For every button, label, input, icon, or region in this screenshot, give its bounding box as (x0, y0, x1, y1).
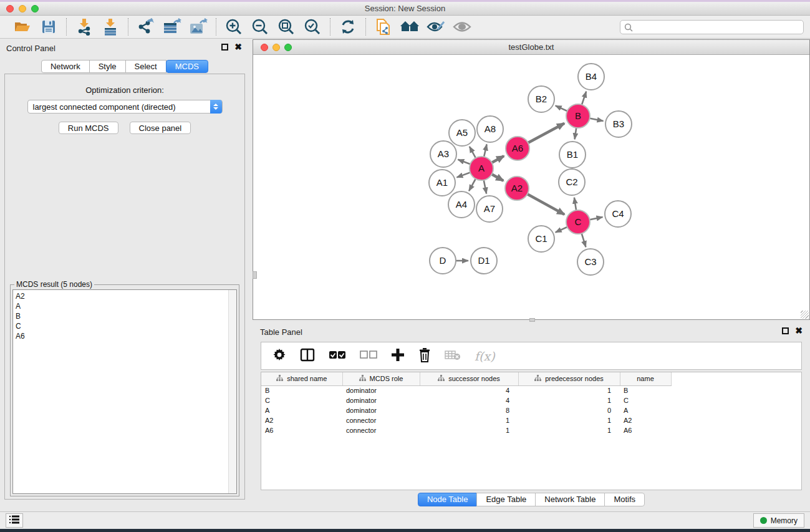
table-cell: A (620, 405, 671, 415)
graph-node-B2[interactable]: B2 (528, 86, 554, 112)
zoom-fit-icon (277, 18, 295, 36)
export-image-button[interactable] (188, 17, 208, 36)
table-row[interactable]: Cdominator41C (261, 395, 801, 405)
graph-node-A2[interactable]: A2 (505, 177, 529, 200)
graph-node-D[interactable]: D (430, 248, 456, 274)
hide-selected-button[interactable] (426, 17, 446, 36)
graph-node-B1[interactable]: B1 (559, 142, 586, 168)
zoom-fit-button[interactable] (276, 17, 296, 36)
table-options-button[interactable] (272, 348, 286, 364)
zoom-in-button[interactable] (224, 17, 244, 36)
mcds-result-list[interactable]: A2ABCA6 (12, 289, 237, 494)
toolbar-group-refresh (330, 17, 365, 36)
table-row[interactable]: Adominator80A (261, 405, 801, 415)
open-session-button[interactable] (12, 17, 32, 36)
graph-node-A8[interactable]: A8 (477, 116, 503, 142)
import-table-button[interactable] (100, 17, 120, 36)
table-row[interactable]: Bdominator41B (261, 385, 801, 395)
graph-node-B4[interactable]: B4 (578, 64, 604, 90)
search-field[interactable] (620, 20, 804, 34)
export-table-button[interactable] (162, 17, 182, 36)
clone-network-button[interactable] (374, 17, 393, 36)
graph-node-B[interactable]: B (566, 104, 590, 128)
tab-edge-table[interactable]: Edge Table (476, 493, 536, 506)
mcds-result-item[interactable]: A6 (16, 331, 234, 341)
float-panel-icon[interactable] (782, 327, 789, 334)
close-panel-icon[interactable]: ✖ (234, 44, 242, 51)
select-all-columns-button[interactable] (329, 351, 346, 361)
graph-node-C3[interactable]: C3 (577, 249, 604, 275)
deselect-all-columns-button[interactable] (360, 351, 377, 361)
table-panel-tabs: Node TableEdge TableNetwork TableMotifs (253, 493, 810, 506)
column-header-predecessor-nodes[interactable]: predecessor nodes (518, 372, 620, 385)
table-row[interactable]: A6connector11A6 (261, 425, 801, 435)
table-cell: C (620, 395, 671, 405)
graph-node-A5[interactable]: A5 (449, 120, 475, 146)
delete-table-button[interactable] (445, 349, 461, 362)
graph-node-B3[interactable]: B3 (605, 111, 632, 137)
graph-node-A6[interactable]: A6 (506, 137, 529, 160)
graph-node-C[interactable]: C (566, 210, 590, 234)
tree-icon (534, 375, 541, 383)
mcds-result-item[interactable]: B (16, 311, 234, 321)
zoom-out-button[interactable] (250, 17, 270, 36)
optimization-criterion-dropdown[interactable]: largest connected component (directed) (27, 100, 223, 114)
svg-text:A5: A5 (456, 127, 468, 138)
mcds-result-item[interactable]: C (16, 321, 234, 331)
mcds-result-item[interactable]: A (16, 301, 234, 311)
tab-node-table[interactable]: Node Table (418, 493, 478, 506)
graph-node-A3[interactable]: A3 (430, 141, 456, 167)
column-header-shared-name[interactable]: shared name (261, 372, 342, 385)
tab-select[interactable]: Select (125, 60, 166, 73)
run-mcds-button[interactable]: Run MCDS (59, 122, 118, 134)
result-scrollbar[interactable] (228, 290, 236, 493)
add-column-button[interactable] (391, 348, 405, 364)
export-table-icon (163, 18, 181, 36)
graph-node-A7[interactable]: A7 (476, 196, 503, 222)
column-header-successor-nodes[interactable]: successor nodes (420, 372, 518, 385)
table-cell: dominator (342, 405, 420, 415)
double-home-icon (400, 19, 420, 34)
memory-button[interactable]: Memory (753, 513, 804, 528)
svg-text:A8: A8 (485, 123, 496, 134)
search-input[interactable] (636, 23, 799, 32)
table-cell: B (261, 385, 342, 395)
tree-icon (359, 375, 366, 383)
table-row[interactable]: A2connector11A2 (261, 415, 801, 425)
export-image-icon (189, 18, 208, 36)
show-column-button[interactable] (300, 348, 315, 364)
first-neighbors-button[interactable] (400, 17, 420, 36)
save-session-button[interactable] (39, 17, 59, 36)
tab-network-table[interactable]: Network Table (535, 493, 605, 506)
column-header-name[interactable]: name (620, 372, 671, 385)
graph-node-C4[interactable]: C4 (605, 201, 631, 227)
graph-node-A1[interactable]: A1 (429, 170, 455, 196)
graph-node-A[interactable]: A (470, 157, 493, 180)
column-header-MCDS-role[interactable]: MCDS role (342, 372, 420, 385)
window-resize-grip[interactable] (801, 311, 809, 319)
graph-node-C2[interactable]: C2 (559, 169, 585, 195)
delete-column-button[interactable] (418, 347, 431, 364)
refresh-layout-button[interactable] (338, 17, 358, 36)
export-network-button[interactable] (136, 17, 156, 36)
float-panel-icon[interactable] (221, 44, 228, 51)
graph-node-C1[interactable]: C1 (528, 226, 554, 252)
show-graphics-details-button[interactable] (452, 17, 472, 36)
graph-node-D1[interactable]: D1 (471, 248, 497, 274)
tab-style[interactable]: Style (89, 60, 126, 73)
task-history-button[interactable] (6, 513, 23, 528)
table-cell (671, 425, 801, 435)
tab-network[interactable]: Network (41, 60, 90, 73)
main-toolbar (0, 16, 810, 39)
import-network-button[interactable] (74, 17, 94, 36)
network-canvas[interactable]: B4B2BB3A8A5A6A3B1AC2A1A2A4A7C4CC1DD1C3 (253, 56, 809, 319)
function-builder-button[interactable]: f(x) (475, 349, 495, 363)
graph-node-A4[interactable]: A4 (448, 191, 475, 218)
mcds-result-item[interactable]: A2 (16, 291, 234, 301)
svg-text:D: D (440, 255, 446, 266)
close-panel-icon[interactable]: ✖ (795, 327, 803, 334)
tab-motifs[interactable]: Motifs (604, 493, 645, 506)
close-panel-button[interactable]: Close panel (130, 122, 191, 134)
zoom-selected-button[interactable] (302, 17, 322, 36)
tab-mcds[interactable]: MCDS (166, 60, 208, 73)
